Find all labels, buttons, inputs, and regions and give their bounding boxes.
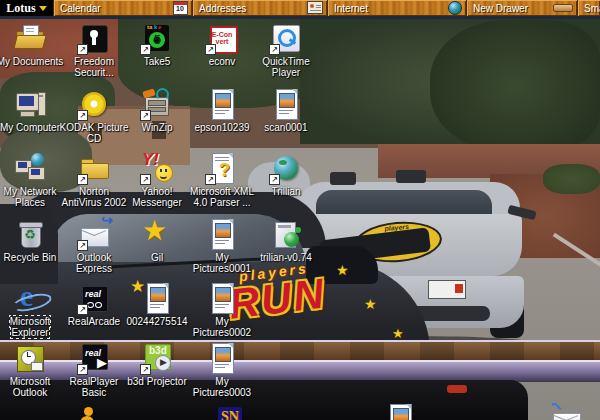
econv-icon: E-Convert↗ [206, 22, 238, 54]
icon-label: Microsoft Outlook [0, 376, 66, 398]
shortcut-arrow-icon: ↗ [77, 304, 88, 315]
desktop-icon-my-pictures0002[interactable]: My Pictures0002 [186, 282, 258, 338]
desktop-icon-take5[interactable]: take5↗Take5 [121, 22, 193, 67]
desktop-icon-microsoft-xml-parser[interactable]: ?↗Microsoft XML 4.0 Parser ... [186, 152, 258, 208]
microsoft-xml-parser-icon: ?↗ [206, 152, 238, 184]
icon-label: My Pictures0001 [186, 252, 258, 274]
desktop-icon-person-bottom[interactable] [51, 403, 123, 420]
shortcut-arrow-icon: ↗ [140, 44, 151, 55]
calendar-icon: 10 [173, 1, 188, 15]
desktop-icon-realarcade[interactable]: real↗RealArcade [58, 282, 130, 327]
icon-label: My Pictures0002 [186, 316, 258, 338]
desktop-icon-quicktime-player[interactable]: ↗QuickTime Player [250, 22, 322, 78]
scan0001-icon [270, 88, 302, 120]
my-network-places-icon [14, 152, 46, 184]
realarcade-icon: real↗ [78, 282, 110, 314]
grass-right [543, 164, 600, 194]
desktop-icon-my-computer[interactable]: My Computer [0, 88, 66, 133]
b3d-projector-icon: b3d▶↗ [141, 342, 173, 374]
drawer-sma[interactable]: Sma [577, 0, 600, 16]
desktop-icon-my-documents[interactable]: My Documents [0, 22, 66, 67]
shortcut-arrow-icon: ↗ [77, 364, 88, 375]
icon-label: Microsoft Explorer [0, 316, 66, 338]
desktop-icon-scan0001[interactable]: scan0001 [250, 88, 322, 133]
drawer-calendar[interactable]: Calendar10 [53, 0, 192, 16]
icon-label: Recycle Bin [0, 252, 66, 263]
desktop-icon-b3d-projector[interactable]: b3d▶↗b3d Projector [121, 342, 193, 387]
trilian-installer-icon [270, 218, 302, 250]
desktop-icon-pic-00244275514[interactable]: 00244275514 [121, 282, 193, 327]
desktop-icon-microsoft-outlook[interactable]: Microsoft Outlook [0, 342, 66, 398]
red-reflector [447, 385, 467, 393]
icon-label: trilian-v0.74 [250, 252, 322, 263]
icon-label: WinZip [121, 122, 193, 133]
desktop-icon-trilian-installer[interactable]: trilian-v0.74 [250, 218, 322, 263]
norton-antivirus-2002-icon: ↗ [78, 152, 110, 184]
desktop-icon-epson10239[interactable]: epson10239 [186, 88, 258, 133]
desktop-icon-realplayer-basic[interactable]: real▶↗RealPlayer Basic [58, 342, 130, 398]
shortcut-arrow-icon: ↗ [269, 174, 280, 185]
desktop-screen: players RUN ★ ★ ★ ★ ★ players RUN Lotus … [0, 0, 600, 420]
pic-00244275514-icon [141, 282, 173, 314]
shortcut-arrow-icon: ↗ [77, 174, 88, 185]
icon-label: KODAK Picture CD [58, 122, 130, 144]
desktop-icon-kodak-picture-cd[interactable]: ↗KODAK Picture CD [58, 88, 130, 144]
icon-label: econv [186, 56, 258, 67]
desktop-icon-my-pictures0003[interactable]: My Pictures0003 [186, 342, 258, 398]
desktop-icon-econv[interactable]: E-Convert↗econv [186, 22, 258, 67]
sn-bottom-icon: SN [214, 403, 246, 420]
shortcut-arrow-icon: ↗ [77, 110, 88, 121]
icon-label: My Documents [0, 56, 66, 67]
toolbar-bottom-edge [0, 16, 600, 19]
gil-icon: ★ [141, 218, 173, 250]
icon-label: RealPlayer Basic [58, 376, 130, 398]
desktop-icon-sn-bottom[interactable]: SN [194, 403, 266, 420]
my-pictures0001-icon [206, 218, 238, 250]
desktop-icon-my-pictures0001[interactable]: My Pictures0001 [186, 218, 258, 274]
shortcut-arrow-icon: ↗ [205, 44, 216, 55]
drawer-label: Internet [328, 3, 368, 14]
drawer-label: Sma [578, 3, 600, 14]
desktop-icon-outlook-express[interactable]: ↪↗Outlook Express [58, 218, 130, 274]
drawer-addresses[interactable]: Addresses [192, 0, 327, 16]
shortcut-arrow-icon: ↗ [77, 240, 88, 251]
icon-label: b3d Projector [121, 376, 193, 387]
drawer-new-drawer[interactable]: New Drawer [466, 0, 577, 16]
lotus-menu-button[interactable]: Lotus [0, 0, 53, 16]
addressbook-icon [307, 1, 323, 14]
globe-icon [448, 1, 462, 15]
desktop-icon-envelope-bottom[interactable]: ↖ [530, 403, 600, 420]
desktop-icon-microsoft-explorer[interactable]: eMicrosoft Explorer [0, 282, 66, 338]
my-pictures0002-icon [206, 282, 238, 314]
silver-car-plate [428, 280, 466, 299]
desktop-icon-trillian[interactable]: ↗Trillian [250, 152, 322, 197]
shortcut-arrow-icon: ↗ [140, 364, 151, 375]
shortcut-arrow-icon: ↗ [269, 44, 280, 55]
my-pictures0003-icon [206, 342, 238, 374]
drawer-internet[interactable]: Internet [327, 0, 466, 16]
icon-label: Norton AntiVirus 2002 [58, 186, 130, 208]
desktop-icon-recycle-bin[interactable]: ♻Recycle Bin [0, 218, 66, 263]
shortcut-arrow-icon: ↗ [140, 174, 151, 185]
freedom-security-icon: ↗ [78, 22, 110, 54]
drawer-label: Addresses [193, 3, 246, 14]
realplayer-basic-icon: real▶↗ [78, 342, 110, 374]
desktop-icon-picture-bottom[interactable] [364, 403, 436, 420]
desktop-icon-freedom-security[interactable]: ↗Freedom Securit... [58, 22, 130, 78]
trillian-icon: ↗ [270, 152, 302, 184]
icon-label: Freedom Securit... [58, 56, 130, 78]
winzip-icon: ↗ [141, 88, 173, 120]
desktop-icon-norton-antivirus-2002[interactable]: ↗Norton AntiVirus 2002 [58, 152, 130, 208]
microsoft-explorer-icon: e [14, 282, 46, 314]
lotus-label: Lotus [6, 1, 35, 16]
yahoo-messenger-icon: Y!↗ [141, 152, 173, 184]
icon-label: Take5 [121, 56, 193, 67]
icon-label: scan0001 [250, 122, 322, 133]
desktop-icon-my-network-places[interactable]: My Network Places [0, 152, 66, 208]
desktop-icon-gil[interactable]: ★Gil [121, 218, 193, 263]
shortcut-arrow-icon: ↗ [140, 110, 151, 121]
desktop-icon-yahoo-messenger[interactable]: Y!↗Yahoo! Messenger [121, 152, 193, 208]
shortcut-arrow-icon: ↗ [77, 44, 88, 55]
desktop-icon-winzip[interactable]: ↗WinZip [121, 88, 193, 133]
envelope-bottom-icon: ↖ [550, 403, 582, 420]
